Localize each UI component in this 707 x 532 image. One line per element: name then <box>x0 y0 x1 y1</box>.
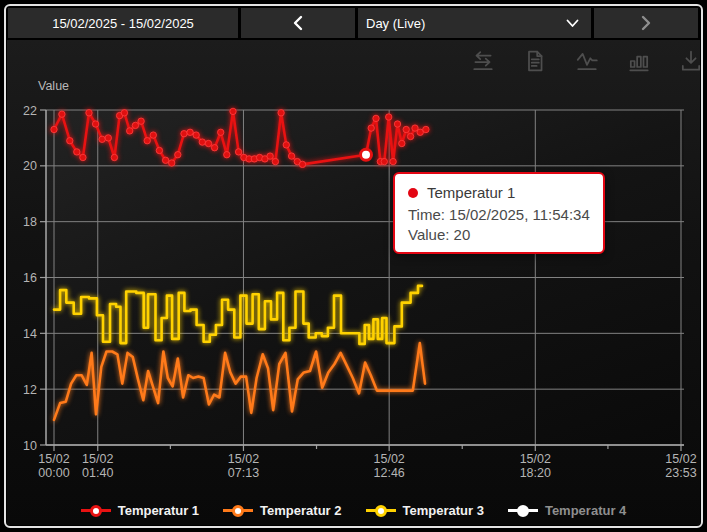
legend-marker-icon <box>366 509 396 512</box>
legend-marker-icon <box>223 509 253 512</box>
chevron-left-icon <box>292 15 304 31</box>
tooltip-value: Value: 20 <box>408 226 590 243</box>
period-dropdown[interactable]: Day (Live) <box>358 8 591 38</box>
chart-canvas[interactable]: 2220181614121015/0200:0015/0201:4015/020… <box>0 0 707 532</box>
chevron-right-icon <box>640 15 652 31</box>
report-button[interactable] <box>523 46 547 76</box>
svg-text:20: 20 <box>23 159 37 173</box>
compare-button[interactable] <box>471 46 495 76</box>
download-button[interactable] <box>679 46 703 76</box>
prev-period-button[interactable] <box>241 8 355 38</box>
legend-label: Temperatur 4 <box>545 503 626 518</box>
tooltip-time: Time: 15/02/2025, 11:54:34 <box>408 206 590 223</box>
legend: Temperatur 1Temperatur 2Temperatur 3Temp… <box>0 503 707 518</box>
svg-text:16: 16 <box>23 271 37 285</box>
svg-text:15/0201:40: 15/0201:40 <box>82 452 113 480</box>
series-2 <box>54 343 425 420</box>
svg-text:15/0218:20: 15/0218:20 <box>520 452 551 480</box>
line-chart-button[interactable] <box>575 46 599 76</box>
series-dot-icon <box>408 188 418 198</box>
waveform-icon <box>575 49 599 73</box>
date-range-label: 15/02/2025 - 15/02/2025 <box>52 16 194 31</box>
legend-item-1[interactable]: Temperatur 1 <box>81 503 199 518</box>
date-range-display[interactable]: 15/02/2025 - 15/02/2025 <box>8 8 238 38</box>
chart-tooltip: Temperatur 1 Time: 15/02/2025, 11:54:34 … <box>393 172 605 254</box>
svg-text:15/0212:46: 15/0212:46 <box>374 452 405 480</box>
download-icon <box>679 49 703 73</box>
svg-text:18: 18 <box>23 215 37 229</box>
legend-marker-icon <box>508 509 538 512</box>
legend-item-2[interactable]: Temperatur 2 <box>223 503 341 518</box>
next-period-button[interactable] <box>594 8 698 38</box>
hovered-point <box>361 149 372 160</box>
legend-label: Temperatur 3 <box>403 503 484 518</box>
bar-chart-button[interactable] <box>627 46 651 76</box>
svg-text:12: 12 <box>23 383 37 397</box>
bar-chart-icon <box>627 49 651 73</box>
legend-item-3[interactable]: Temperatur 3 <box>366 503 484 518</box>
legend-marker-icon <box>81 509 111 512</box>
period-label: Day (Live) <box>366 16 425 31</box>
chevron-down-icon <box>566 19 579 28</box>
tooltip-series-name: Temperatur 1 <box>427 184 515 201</box>
topbar: 15/02/2025 - 15/02/2025 Day (Live) <box>8 8 698 38</box>
series-3 <box>54 286 422 344</box>
svg-text:15/0207:13: 15/0207:13 <box>228 452 259 480</box>
swap-horizontal-icon <box>471 49 495 73</box>
svg-text:15/0223:53: 15/0223:53 <box>665 452 696 480</box>
svg-text:14: 14 <box>23 327 37 341</box>
svg-text:22: 22 <box>23 104 37 118</box>
chart-toolbar <box>471 46 703 76</box>
legend-label: Temperatur 2 <box>260 503 341 518</box>
svg-text:15/0200:00: 15/0200:00 <box>38 452 69 480</box>
legend-label: Temperatur 1 <box>118 503 199 518</box>
legend-item-4[interactable]: Temperatur 4 <box>508 503 626 518</box>
series-1 <box>51 108 429 167</box>
document-icon <box>523 49 547 73</box>
svg-text:10: 10 <box>23 439 37 453</box>
